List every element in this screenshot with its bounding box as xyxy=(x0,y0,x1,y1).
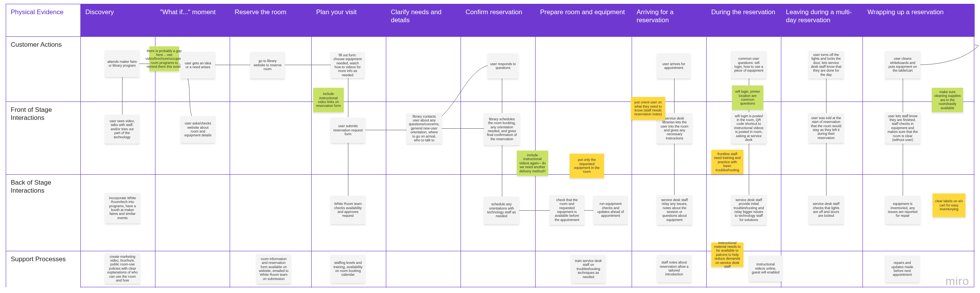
sticky-fs_confirm[interactable]: library schedules the room booking, any … xyxy=(484,113,520,145)
sticky-ca_during[interactable]: common user questions: wifi login, how t… xyxy=(731,51,766,79)
connector xyxy=(348,143,348,196)
sticky-yn_during_inst[interactable]: instructional material needs to be avail… xyxy=(711,242,743,267)
connector xyxy=(903,144,903,196)
col-header-arriving: Arriving for a reservation xyxy=(632,4,707,36)
row-label-customer: Customer Actions xyxy=(6,36,81,101)
sticky-ca_reserve[interactable]: go to library website to reserve room xyxy=(250,52,285,79)
connector xyxy=(442,128,484,129)
row-label-front: Front of Stage Interactions xyxy=(6,101,81,174)
sticky-ca_wrapping[interactable]: user cleans whiteboards and puts equipme… xyxy=(885,51,920,79)
col-header-prepare: Prepare room and equipment xyxy=(536,4,632,36)
col-header-reserve: Reserve the room xyxy=(230,4,312,36)
connector xyxy=(365,130,407,130)
blueprint-board[interactable]: Physical Evidence Discovery "What if..."… xyxy=(6,4,974,287)
sticky-fs_leaving[interactable]: user was told at the start of reservatio… xyxy=(808,113,844,143)
sticky-ca_whatif[interactable]: user gets an idea or a need arises xyxy=(181,52,215,79)
col-header-wrapping: Wrapping up a reservation xyxy=(863,4,975,36)
connector xyxy=(826,79,826,113)
sticky-bs_prepare_run[interactable]: run equipment checks and updates ahead o… xyxy=(593,196,628,224)
sticky-fs_wrapping[interactable]: user lets staff know they are finished, … xyxy=(885,112,920,144)
col-header-during: During the reservation xyxy=(707,4,781,36)
sticky-gn_wrap_clean[interactable]: make sure cleaning supplies are in the r… xyxy=(932,88,963,112)
connector xyxy=(519,210,550,211)
sticky-yn_prepare_only[interactable]: put only the requested equipment in the … xyxy=(570,154,604,178)
connector xyxy=(749,144,749,195)
sticky-sp_arriving[interactable]: staff notes about reservation allow a ta… xyxy=(657,255,691,282)
col-header-discovery: Discovery xyxy=(81,4,155,36)
col-header-whatif: "What if..." moment xyxy=(155,4,230,36)
sticky-bs_plan[interactable]: White Room team checks availability and … xyxy=(331,196,365,224)
sticky-fs_whatif[interactable]: user asks/checks website about room and … xyxy=(181,116,215,143)
sticky-sp_wrapping[interactable]: repairs and updates made before next app… xyxy=(885,255,920,282)
sticky-bs_arriving[interactable]: service desk staff relay any issues, not… xyxy=(657,195,692,225)
sticky-sp_reserve[interactable]: room information and reservation form av… xyxy=(256,254,291,284)
sticky-bs_during[interactable]: service desk staff provide initial troub… xyxy=(731,195,766,225)
sticky-sp_discovery[interactable]: create marketing video, brochure, public… xyxy=(105,253,140,284)
sticky-fs_discovery[interactable]: user sees video, talks with staff, and/o… xyxy=(105,115,139,144)
connector xyxy=(674,144,675,195)
sticky-fs_clarify[interactable]: library contacts user about any question… xyxy=(407,113,442,144)
sticky-gn_confirm_video[interactable]: include instructional videos again-- do … xyxy=(517,151,548,176)
col-header-leaving: Leaving during a multi-day reservation xyxy=(781,4,863,36)
col-header-clarify: Clarify needs and details xyxy=(386,4,461,36)
sticky-yn_arriving_orient[interactable]: just orient user on what they need to kn… xyxy=(631,97,665,120)
connector xyxy=(826,143,826,196)
connector xyxy=(215,65,250,65)
sticky-ca_whatif_gap[interactable]: there is probably a gap here... use vide… xyxy=(149,46,179,71)
connector xyxy=(584,210,593,211)
sticky-ca_plan[interactable]: fill out form: choose equipment needed, … xyxy=(331,52,364,78)
sticky-ca_leaving[interactable]: user turns off the lights and locks the … xyxy=(808,51,844,79)
connector xyxy=(903,79,903,112)
sticky-ca_discovery[interactable]: attends maker faire or library program xyxy=(105,50,139,77)
connector xyxy=(122,77,122,115)
connector xyxy=(674,79,675,113)
sticky-bs_confirm[interactable]: schedule any orientations with technolog… xyxy=(484,196,519,224)
sticky-sp_plan[interactable]: staffing levels and training, availabili… xyxy=(331,255,365,283)
sticky-bs_prepare_check[interactable]: check that the room and requested equipm… xyxy=(550,195,584,225)
miro-logo: miro xyxy=(946,275,969,288)
sticky-yn_wrap_labels[interactable]: clear labels on a/v cart for easy invent… xyxy=(933,193,965,217)
sticky-gn_during_wifi[interactable]: wifi login, printer location are common … xyxy=(732,85,763,110)
sticky-yn_during_train[interactable]: frontline staff need training and practi… xyxy=(711,150,743,174)
sticky-bs_discovery[interactable]: incorporate White Room/tech into program… xyxy=(105,193,140,223)
sticky-bs_leaving[interactable]: service desk staff checks that lights ar… xyxy=(808,196,844,224)
row-label-back: Back of Stage Interactions xyxy=(6,174,81,251)
col-header-confirm: Confirm reservation xyxy=(461,4,536,36)
sticky-gn_plan_video[interactable]: include instructional video links on res… xyxy=(313,88,344,112)
sticky-fs_plan[interactable]: user submits reservation request form xyxy=(331,118,365,143)
connector xyxy=(502,145,502,196)
connector xyxy=(502,79,502,113)
sticky-sp_during[interactable]: instructional videos online, guest wifi … xyxy=(749,255,782,282)
col-header-plan: Plan your visit xyxy=(312,4,386,36)
sticky-fs_during[interactable]: wifi login is posted in the room, QR cod… xyxy=(731,112,766,144)
col-header-physical: Physical Evidence xyxy=(6,4,81,36)
sticky-ca_confirm[interactable]: user responds to questions xyxy=(488,53,518,79)
sticky-bs_wrapping[interactable]: equipment is inventoried, any issues are… xyxy=(885,196,920,224)
sticky-sp_prepare[interactable]: train service desk staff on troubleshoot… xyxy=(571,255,606,283)
sticky-ca_arriving[interactable]: user arrives for appointment xyxy=(657,53,691,79)
connector xyxy=(348,78,348,117)
row-label-support: Support Processes xyxy=(6,251,81,288)
connector xyxy=(285,65,331,65)
